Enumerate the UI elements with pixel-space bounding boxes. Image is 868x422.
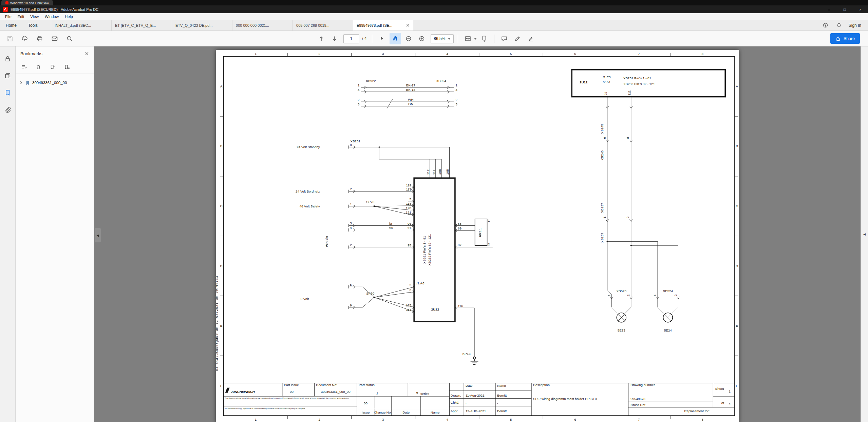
- pdf-page[interactable]: 12345678 12345678 ABCDEF ABCDEF E3 Statu…: [216, 50, 739, 422]
- svg-text:1: 1: [607, 295, 611, 296]
- tools-pane-strip[interactable]: ◀: [861, 46, 868, 422]
- doc-tab-4[interactable]: 000 000 000 0021...: [232, 20, 293, 31]
- select-tool-icon[interactable]: [376, 33, 388, 44]
- zoom-out-icon[interactable]: [403, 33, 414, 44]
- highlight-icon[interactable]: [525, 33, 536, 44]
- help-icon[interactable]: [822, 21, 830, 29]
- bookmarks-panel-icon[interactable]: [4, 88, 12, 97]
- svg-text:1: 1: [603, 217, 606, 218]
- svg-text:7: 7: [350, 187, 352, 191]
- search-icon[interactable]: [64, 33, 75, 44]
- save-icon[interactable]: [4, 33, 16, 44]
- notifications-bell-icon[interactable]: [835, 21, 843, 29]
- next-page-icon[interactable]: [329, 33, 340, 44]
- maximize-button[interactable]: □: [837, 5, 852, 13]
- svg-text:3: 3: [358, 102, 359, 106]
- close-icon[interactable]: [85, 52, 89, 56]
- menu-view[interactable]: View: [27, 15, 42, 19]
- unit-box-2u12: 2U12 /1.E3 /2.A1 XB251 Pin´s 1 - 81 XB25…: [572, 70, 725, 97]
- bookmark-item[interactable]: 300493361_000_00: [16, 78, 94, 87]
- svg-text:Date: Date: [466, 384, 473, 387]
- doc-tab-5[interactable]: 005 007 268 0019...: [293, 20, 353, 31]
- svg-text:Name: Name: [431, 410, 439, 414]
- print-icon[interactable]: [34, 33, 45, 44]
- chevron-down-icon[interactable]: [474, 38, 477, 40]
- hand-tool-icon[interactable]: [390, 33, 401, 44]
- svg-text:105: 105: [446, 169, 449, 175]
- svg-text:3: 3: [350, 221, 352, 225]
- svg-text:6: 6: [574, 418, 576, 421]
- share-button[interactable]: Share: [830, 33, 860, 44]
- supply-label: 24 Volt Standby: [297, 145, 320, 149]
- svg-text:8: 8: [702, 52, 703, 56]
- svg-text:Chkd.: Chkd.: [451, 401, 459, 404]
- main-block-2u12: 119 117 5 118 120 121 96 97 95 2 3 115 1…: [406, 169, 493, 365]
- page-number-input[interactable]: 1: [343, 34, 359, 43]
- svg-text:1: 1: [488, 219, 490, 222]
- svg-text:111: 111: [432, 170, 436, 175]
- svg-text:4: 4: [456, 88, 458, 92]
- collapse-panel-arrow[interactable]: ◀: [95, 228, 101, 242]
- zoom-level-dropdown[interactable]: 86.5%: [431, 34, 454, 43]
- doc-tab-3[interactable]: ETV_Q_0423 DE.pd...: [172, 20, 232, 31]
- svg-text:Cross Ref.: Cross Ref.: [630, 403, 646, 407]
- doc-tab-1[interactable]: INHALT_d.pdf (SEC...: [51, 20, 111, 31]
- expand-tools-arrow-icon[interactable]: ◀: [863, 233, 866, 236]
- tab-close-icon[interactable]: [406, 24, 410, 27]
- connector-label: XB237: [600, 203, 604, 213]
- menu-help[interactable]: Help: [62, 15, 76, 19]
- svg-text:of: of: [721, 401, 724, 405]
- document-area[interactable]: 12345678 12345678 ABCDEF ABCDEF E3 Statu…: [94, 46, 868, 422]
- splice-label: SP60: [366, 292, 374, 295]
- attachments-paperclip-icon[interactable]: [4, 105, 12, 114]
- svg-text:00: 00: [364, 401, 367, 405]
- minimize-button[interactable]: –: [821, 5, 837, 13]
- bookmarks-panel-header: Bookmarks: [16, 46, 94, 61]
- acrobat-app-icon: [3, 7, 8, 12]
- vm-window-tab[interactable]: Windows 10 and Linux x64: [1, 0, 53, 5]
- e-series-logo: e: [416, 390, 418, 394]
- menu-edit[interactable]: Edit: [15, 15, 27, 19]
- chevron-right-icon[interactable]: [19, 81, 23, 85]
- document-tabs: INHALT_d.pdf (SEC... ET [ETV_C_ETV_Q_E..…: [51, 20, 413, 31]
- tab-tools[interactable]: Tools: [22, 20, 43, 31]
- svg-text:115: 115: [406, 303, 411, 307]
- svg-text:.: .: [466, 401, 467, 404]
- bookmark-options-icon[interactable]: [20, 63, 29, 72]
- close-button[interactable]: ×: [852, 5, 868, 13]
- lock-icon[interactable]: [4, 55, 12, 63]
- tab-home[interactable]: Home: [0, 20, 22, 31]
- doc-tab-2[interactable]: ET [ETV_C_ETV_Q_E...: [111, 20, 172, 31]
- vm-tab-label: Windows 10 and Linux x64: [10, 1, 49, 5]
- cloud-upload-icon[interactable]: [19, 33, 31, 44]
- svg-text:2: 2: [410, 283, 411, 287]
- comment-icon[interactable]: [498, 33, 510, 44]
- svg-text:Change No.: Change No.: [374, 410, 392, 414]
- drawing-description: SPE; wiring diagramm mast holder HP STD: [533, 397, 597, 401]
- svg-text:XB251 Pin´s 1 - 81: XB251 Pin´s 1 - 81: [623, 76, 651, 80]
- drawing-number: 99549678: [630, 397, 645, 401]
- find-bookmark-icon[interactable]: [62, 63, 71, 72]
- supply-label: 24 Volt Bordnetz: [296, 189, 320, 193]
- delete-bookmark-icon[interactable]: [34, 63, 43, 72]
- svg-text:88: 88: [458, 222, 461, 225]
- vm-tab-strip: Windows 10 and Linux x64: [0, 0, 868, 5]
- new-bookmark-icon[interactable]: [48, 63, 57, 72]
- previous-page-icon[interactable]: [316, 33, 327, 44]
- svg-text:D: D: [736, 264, 738, 268]
- connector-label: XB922: [366, 79, 376, 83]
- page-thumbnails-icon[interactable]: [4, 72, 12, 80]
- fit-width-icon[interactable]: [462, 33, 474, 44]
- zoom-in-icon[interactable]: [416, 33, 428, 44]
- email-icon[interactable]: [49, 33, 60, 44]
- pencil-icon[interactable]: [512, 33, 523, 44]
- svg-text:2: 2: [456, 98, 457, 102]
- scrolling-mode-icon[interactable]: [478, 33, 490, 44]
- doc-tab-active[interactable]: E99549678.pdf (SE...: [353, 20, 413, 31]
- menu-window[interactable]: Window: [42, 15, 62, 19]
- svg-text:/2.A1: /2.A1: [603, 80, 611, 84]
- svg-text:XB252 Pin´s 82 - 121: XB252 Pin´s 82 - 121: [428, 234, 431, 266]
- menu-file[interactable]: File: [2, 15, 15, 19]
- sign-in-link[interactable]: Sign In: [849, 23, 861, 28]
- connector-label: XS237: [600, 233, 604, 243]
